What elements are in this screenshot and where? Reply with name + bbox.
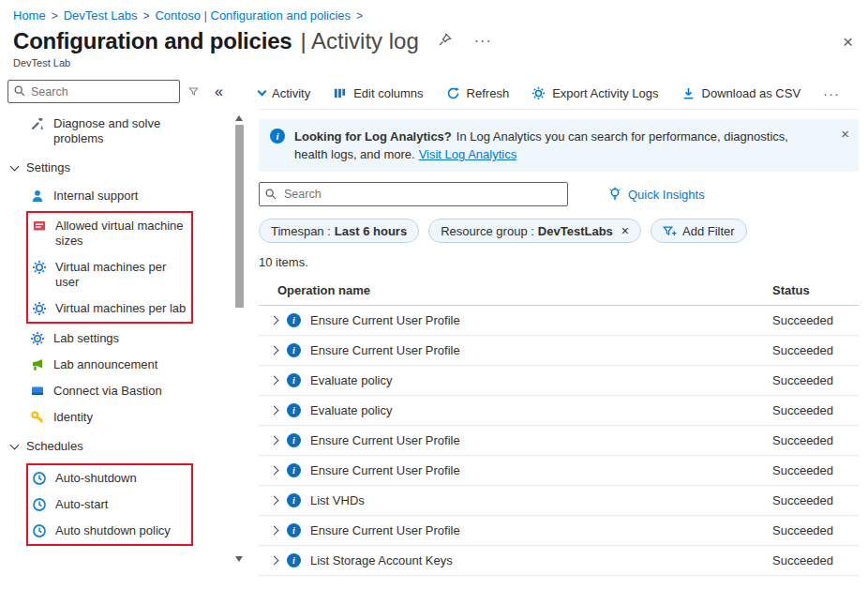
- expand-row-icon[interactable]: [270, 526, 279, 536]
- info-icon: i: [287, 373, 301, 387]
- expand-row-icon[interactable]: [270, 436, 279, 446]
- section-schedules[interactable]: Schedules: [7, 431, 232, 461]
- column-status[interactable]: Status: [772, 283, 859, 297]
- sidebar-item-auto-shutdown-policy[interactable]: Auto shutdown policy: [28, 518, 191, 544]
- info-icon: i: [270, 129, 285, 144]
- quick-insights-label: Quick Insights: [628, 188, 705, 202]
- sidebar-item-label: Lab settings: [53, 331, 119, 346]
- breadcrumb-separator: >: [52, 9, 58, 23]
- azure-portal-page: Home > DevTest Labs > Contoso | Configur…: [0, 0, 868, 590]
- add-filter-button[interactable]: Add Filter: [651, 219, 747, 243]
- column-operation-name[interactable]: Operation name: [259, 283, 772, 297]
- banner-close-icon[interactable]: ×: [841, 126, 849, 142]
- header-more-icon[interactable]: ···: [474, 33, 492, 50]
- scroll-up-icon[interactable]: [235, 115, 243, 121]
- sidebar-scrollbar[interactable]: [232, 111, 246, 567]
- expand-row-icon[interactable]: [270, 346, 279, 356]
- close-icon[interactable]: ×: [843, 33, 853, 51]
- sidebar-item-label: Auto-start: [55, 497, 108, 512]
- chevron-down-icon: [10, 440, 20, 449]
- page-header: Configuration and policies | Activity lo…: [0, 26, 868, 54]
- sidebar-item-connect-bastion[interactable]: Connect via Bastion: [7, 378, 232, 404]
- add-filter-label: Add Filter: [682, 224, 735, 238]
- page-title-suffix: | Activity log: [300, 28, 418, 54]
- export-activity-logs-button[interactable]: Export Activity Logs: [531, 86, 658, 100]
- highlight-box-schedules: Auto-shutdown Auto-start A: [26, 463, 193, 546]
- filter-label: Resource group :: [441, 224, 534, 238]
- breadcrumb-devtest-labs[interactable]: DevTest Labs: [64, 8, 138, 23]
- sidebar-item-identity[interactable]: Identity: [7, 404, 232, 431]
- columns-icon: [333, 86, 347, 100]
- activity-log-table: Operation name Status iEnsure Current Us…: [259, 275, 859, 576]
- megaphone-icon: [30, 357, 45, 372]
- table-row[interactable]: iEnsure Current User Profile Succeeded: [259, 426, 859, 456]
- sidebar-item-auto-shutdown[interactable]: Auto-shutdown: [28, 465, 191, 492]
- expand-row-icon[interactable]: [270, 496, 279, 506]
- sidebar-item-lab-settings[interactable]: Lab settings: [7, 325, 232, 352]
- table-row[interactable]: iEnsure Current User Profile Succeeded: [259, 306, 859, 336]
- sidebar-item-diagnose[interactable]: Diagnose and solve problems: [7, 111, 232, 152]
- sidebar-item-vm-per-user[interactable]: Virtual machines per user: [28, 254, 191, 295]
- operation-name: Ensure Current User Profile: [310, 343, 460, 357]
- add-filter-icon: [663, 224, 677, 238]
- status-value: Succeeded: [772, 463, 859, 477]
- sidebar-filter-icon[interactable]: [188, 86, 199, 97]
- key-icon: [30, 410, 45, 425]
- scrollbar-thumb[interactable]: [235, 125, 244, 308]
- breadcrumb: Home > DevTest Labs > Contoso | Configur…: [0, 0, 868, 26]
- expand-row-icon[interactable]: [270, 406, 279, 416]
- remove-filter-icon[interactable]: ×: [621, 224, 629, 237]
- edit-columns-button[interactable]: Edit columns: [333, 86, 423, 100]
- breadcrumb-contoso-config[interactable]: Contoso | Configuration and policies: [155, 8, 351, 23]
- download-csv-button[interactable]: Download as CSV: [681, 86, 801, 100]
- activity-search-input[interactable]: [259, 182, 568, 206]
- insights-icon: [607, 187, 622, 202]
- section-settings[interactable]: Settings: [7, 152, 232, 183]
- timespan-filter-pill[interactable]: Timespan :Last 6 hours: [259, 219, 419, 243]
- bastion-icon: [30, 384, 45, 399]
- table-row[interactable]: iEnsure Current User Profile Succeeded: [259, 456, 859, 486]
- expand-row-icon[interactable]: [270, 556, 279, 566]
- sidebar-item-auto-start[interactable]: Auto-start: [28, 492, 191, 518]
- toolbar-label: Refresh: [467, 86, 510, 100]
- table-row[interactable]: iEnsure Current User Profile Succeeded: [259, 516, 859, 546]
- clock-icon: [32, 497, 47, 512]
- info-icon: i: [287, 343, 301, 357]
- sidebar-item-vm-per-lab[interactable]: Virtual machines per lab: [28, 295, 191, 322]
- sidebar-item-lab-announcement[interactable]: Lab announcement: [7, 352, 232, 378]
- quick-insights-button[interactable]: Quick Insights: [607, 187, 705, 202]
- visit-log-analytics-link[interactable]: Visit Log Analytics: [419, 147, 517, 161]
- sidebar-item-allowed-vm-sizes[interactable]: Allowed virtual machine sizes: [28, 213, 191, 254]
- table-row[interactable]: iEvaluate policy Succeeded: [259, 396, 859, 426]
- collapse-sidebar-icon[interactable]: «: [215, 83, 223, 100]
- operation-name: Ensure Current User Profile: [310, 463, 460, 477]
- breadcrumb-home[interactable]: Home: [13, 8, 46, 23]
- table-row[interactable]: iEnsure Current User Profile Succeeded: [259, 336, 859, 366]
- table-row[interactable]: iList Storage Account Keys Succeeded: [259, 546, 859, 576]
- refresh-button[interactable]: Refresh: [446, 86, 510, 100]
- gear-icon: [30, 331, 45, 346]
- clock-icon: [32, 523, 47, 538]
- filter-pills: Timespan :Last 6 hours Resource group :D…: [259, 219, 859, 243]
- expand-row-icon[interactable]: [270, 316, 279, 325]
- sidebar-search-input[interactable]: [7, 80, 180, 103]
- pin-icon[interactable]: [438, 33, 452, 50]
- toolbar-label: Download as CSV: [702, 86, 801, 100]
- table-row[interactable]: iList VHDs Succeeded: [259, 486, 859, 516]
- section-label: Settings: [26, 160, 70, 174]
- table-row[interactable]: iEvaluate policy Succeeded: [259, 366, 859, 396]
- sidebar-item-label: Allowed virtual machine sizes: [55, 219, 189, 249]
- sidebar-item-internal-support[interactable]: Internal support: [7, 183, 232, 209]
- gear-icon: [531, 86, 546, 100]
- activity-menu-button[interactable]: Activity: [259, 86, 310, 100]
- activity-log-panel: Activity Edit columns Refresh Export Act…: [246, 78, 868, 567]
- operation-name: List VHDs: [310, 493, 365, 507]
- resource-group-filter-pill[interactable]: Resource group :DevTestLabs ×: [428, 219, 641, 243]
- expand-row-icon[interactable]: [270, 466, 279, 476]
- download-icon: [681, 86, 696, 100]
- toolbar-more-icon[interactable]: ···: [823, 85, 840, 101]
- scroll-down-icon[interactable]: [235, 556, 243, 562]
- page-title: Configuration and policies: [13, 28, 292, 54]
- expand-row-icon[interactable]: [270, 376, 279, 386]
- sidebar-item-label: Auto-shutdown: [55, 471, 137, 486]
